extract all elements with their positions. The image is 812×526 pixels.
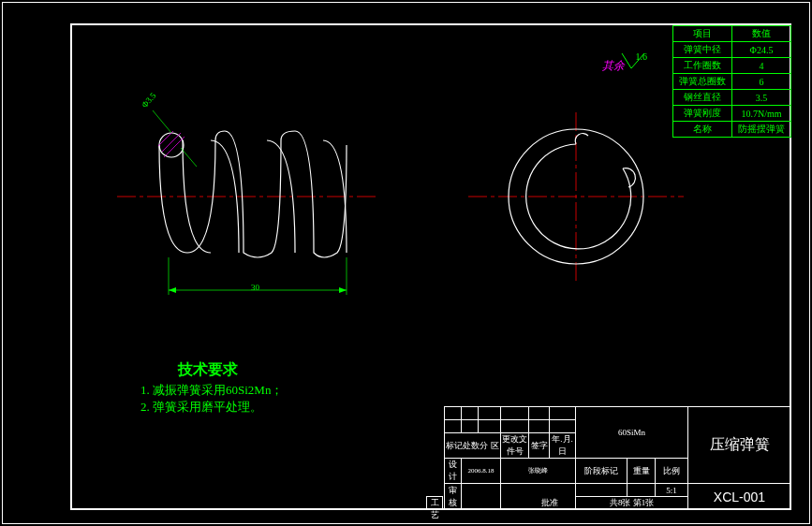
length-dim: 30 xyxy=(251,283,259,292)
material-cell: 60SiMn xyxy=(576,407,688,459)
tech-req-title: 技术要求 xyxy=(178,360,238,380)
tech-req-1: 1. 减振弹簧采用60Si2Mn； xyxy=(140,382,283,399)
svg-point-1 xyxy=(159,133,184,157)
part-name-cell: 压缩弹簧 xyxy=(688,407,791,484)
title-block: 60SiMn 压缩弹簧 标记处数分 区 更改文件号签字年.月.日 设计2006.… xyxy=(444,406,791,510)
spec-table: 项目数值 弹簧中径Φ24.5 工作圈数4 弹簧总圈数6 钢丝直径3.5 弹簧刚度… xyxy=(672,25,791,138)
spring-side-view xyxy=(117,94,379,318)
svg-line-5 xyxy=(153,110,171,133)
roughness-value: 1.6 xyxy=(636,51,648,62)
tech-req-2: 2. 弹簧采用磨平处理。 xyxy=(140,399,262,416)
spring-top-view xyxy=(468,103,684,290)
part-number-cell: XCL-001 xyxy=(688,484,791,510)
